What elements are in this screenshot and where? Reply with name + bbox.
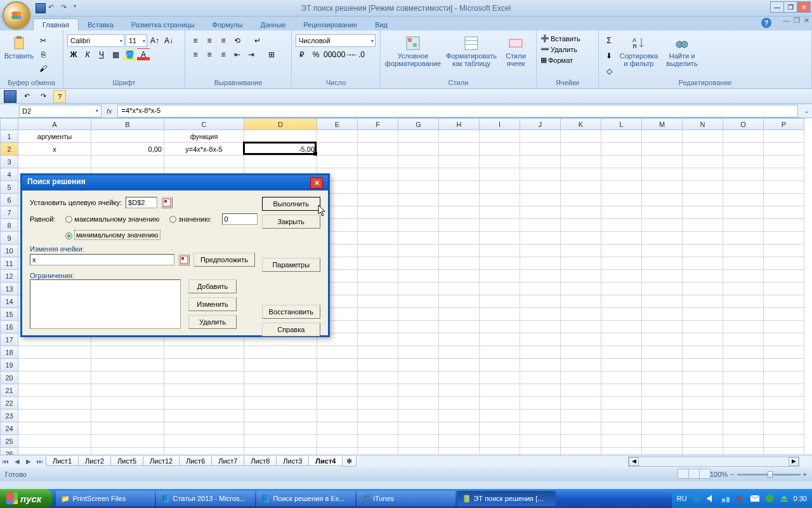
sheet-nav-prev-icon[interactable]: ◀ — [11, 458, 23, 465]
cell[interactable] — [439, 283, 480, 295]
cell[interactable] — [764, 143, 804, 156]
cell[interactable] — [642, 422, 683, 435]
changing-ref-button[interactable] — [178, 254, 190, 265]
delete-cells-button[interactable]: ➖Удалить — [540, 45, 577, 53]
close-dialog-button[interactable]: Закрыть — [262, 215, 320, 229]
cell[interactable] — [398, 194, 439, 206]
cell[interactable] — [764, 346, 804, 359]
cell[interactable] — [723, 270, 764, 283]
cell[interactable] — [480, 257, 520, 270]
cell[interactable] — [398, 168, 439, 181]
cell[interactable] — [480, 181, 520, 194]
taskbar-item[interactable]: 📘Статья 2013 - Micros... — [156, 491, 255, 506]
cell[interactable] — [439, 168, 480, 181]
col-header[interactable]: H — [439, 119, 480, 130]
cell[interactable] — [164, 371, 244, 384]
cell[interactable] — [723, 397, 764, 410]
cell[interactable] — [18, 410, 91, 422]
col-header[interactable]: F — [358, 119, 398, 130]
restore-button[interactable]: Восстановить — [262, 305, 320, 319]
cell[interactable] — [398, 130, 439, 143]
cell[interactable] — [520, 321, 561, 333]
cell[interactable] — [244, 359, 317, 371]
target-ref-button[interactable] — [161, 197, 173, 208]
cell[interactable] — [18, 397, 91, 410]
scroll-left-icon[interactable]: ◀ — [629, 457, 639, 466]
cell[interactable] — [601, 194, 642, 206]
cell[interactable] — [358, 143, 398, 156]
cell[interactable] — [91, 346, 164, 359]
cell[interactable] — [683, 397, 723, 410]
undo-icon[interactable]: ↶ — [48, 3, 58, 13]
cell[interactable] — [18, 371, 91, 384]
cell[interactable] — [91, 435, 164, 448]
cell[interactable] — [723, 143, 764, 156]
cell[interactable] — [683, 333, 723, 346]
cell[interactable] — [723, 321, 764, 333]
cell[interactable] — [480, 143, 520, 156]
col-header[interactable]: N — [683, 119, 723, 130]
row-header[interactable]: 25 — [1, 435, 18, 448]
col-header[interactable]: O — [723, 119, 764, 130]
autosum-icon[interactable]: Σ — [603, 34, 615, 47]
col-header[interactable]: J — [520, 119, 561, 130]
format-cells-button[interactable]: ▦Формат — [540, 56, 573, 64]
align-top-icon[interactable]: ≡ — [189, 34, 202, 47]
cell[interactable] — [480, 270, 520, 283]
col-header[interactable]: P — [764, 119, 804, 130]
delete-constraint-button[interactable]: Удалить — [188, 315, 237, 329]
cell[interactable] — [561, 410, 601, 422]
cell[interactable] — [520, 181, 561, 194]
sheet-nav-next-icon[interactable]: ▶ — [23, 458, 34, 465]
orientation-icon[interactable]: ⟲ — [231, 34, 244, 47]
cell[interactable] — [683, 257, 723, 270]
cell[interactable] — [91, 130, 164, 143]
cell[interactable] — [723, 194, 764, 206]
cell[interactable] — [480, 168, 520, 181]
cell[interactable] — [601, 283, 642, 295]
wrap-text-icon[interactable]: ↵ — [245, 34, 270, 47]
cell[interactable] — [601, 435, 642, 448]
tray-network-icon[interactable] — [721, 493, 731, 504]
cell[interactable] — [480, 384, 520, 397]
cell[interactable] — [520, 359, 561, 371]
sort-filter-button[interactable]: АЯ Сортировка и фильтр — [618, 34, 660, 69]
col-header[interactable]: D — [244, 119, 317, 130]
cell[interactable] — [642, 346, 683, 359]
cell[interactable] — [683, 130, 723, 143]
clock[interactable]: 0:30 — [794, 495, 807, 502]
row-header[interactable]: 8 — [1, 219, 18, 232]
office-button[interactable] — [3, 1, 30, 29]
cell[interactable] — [561, 257, 601, 270]
cell[interactable] — [601, 295, 642, 308]
cell[interactable] — [723, 257, 764, 270]
cell[interactable] — [18, 435, 91, 448]
cell[interactable] — [601, 206, 642, 219]
tab-view[interactable]: Вид — [366, 19, 396, 30]
cell[interactable] — [601, 410, 642, 422]
cell[interactable] — [358, 257, 398, 270]
cell[interactable] — [91, 371, 164, 384]
cell[interactable] — [642, 219, 683, 232]
row-header[interactable]: 17 — [1, 333, 18, 346]
shrink-font-icon[interactable]: A↓ — [162, 34, 175, 47]
cell[interactable] — [561, 143, 601, 156]
cell[interactable]: y=4x*x-8x-5 — [164, 143, 244, 156]
align-bottom-icon[interactable]: ≡ — [217, 34, 230, 47]
cell[interactable] — [398, 181, 439, 194]
cell[interactable] — [561, 232, 601, 244]
row-header[interactable]: 6 — [1, 194, 18, 206]
cell[interactable] — [642, 371, 683, 384]
cell[interactable]: -5,00 — [244, 143, 317, 156]
fx-icon[interactable]: fx — [107, 107, 112, 115]
tray-msg-icon[interactable] — [750, 493, 760, 504]
cell[interactable] — [642, 283, 683, 295]
cell[interactable] — [439, 295, 480, 308]
cell[interactable] — [642, 308, 683, 321]
cell[interactable] — [561, 321, 601, 333]
font-name-combo[interactable]: Calibri — [67, 34, 124, 47]
cell[interactable]: 0,00 — [91, 143, 164, 156]
parameters-button[interactable]: Параметры — [262, 258, 320, 272]
row-header[interactable]: 3 — [1, 156, 18, 168]
cell[interactable] — [723, 371, 764, 384]
